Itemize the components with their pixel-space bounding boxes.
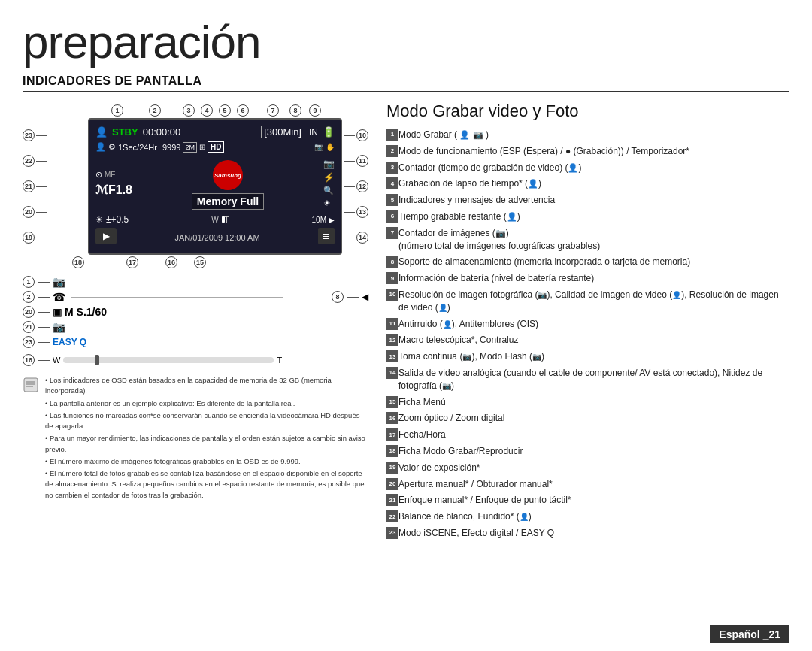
item-text-4: Grabación de lapso de tiempo* (👤) <box>398 177 789 190</box>
arrow-icon: ▶ <box>329 216 335 224</box>
item-num-20: 20 <box>386 478 398 490</box>
list-item: 19 Valor de exposición* <box>386 462 789 474</box>
left-column: 1 2 3 4 5 6 7 8 9 <box>23 101 368 544</box>
indicator-9-top: 9 <box>309 104 321 117</box>
play-button[interactable]: ▶ <box>95 228 117 244</box>
indicator-10: 10 <box>356 129 368 141</box>
item-num-14: 14 <box>386 367 398 379</box>
note-6: El número total de fotos grabables se co… <box>45 468 368 501</box>
item-text-10: Resolución de imagen fotográfica (📷), Ca… <box>398 289 789 314</box>
item-text-14: Salida de video analógica (cuando el cab… <box>398 367 789 392</box>
list-item: 5 Indicadores y mensajes de advertencia <box>386 194 789 207</box>
item-num-2: 2 <box>386 145 398 157</box>
screen-middle-left: ⊙ MF ℳF1.8 <box>95 170 132 197</box>
item-text-1: Modo Grabar ( 👤 📷 ) <box>398 129 789 141</box>
num-19-row: 19 <box>23 232 47 244</box>
item-num-8: 8 <box>386 256 398 268</box>
list-item: 7 Contador de imágenes (📷)(número total … <box>386 227 789 253</box>
line-2-below <box>38 297 50 298</box>
num-11-row: 11 <box>344 155 368 167</box>
zoom-slider[interactable] <box>63 357 274 363</box>
indicator-20: 20 <box>23 206 35 218</box>
t-label: T <box>225 216 229 224</box>
shutter-icon: ▣ <box>53 307 62 318</box>
settings-icon: ⚙ <box>108 142 116 152</box>
note-2: La pantalla anterior es un ejemplo expli… <box>45 398 368 409</box>
hand-icon-10: ✋ <box>326 143 335 151</box>
list-item: 20 Apertura manual* / Obturador manual* <box>386 478 789 491</box>
screen-row-1-right: [300Min] IN 🔋 <box>261 126 335 138</box>
res-bottom-area: 10M ▶ <box>312 216 335 224</box>
shutter-row: 20 ▣ M S.1/60 <box>23 306 368 318</box>
res-bottom: 10M <box>312 216 326 224</box>
photo-row-1: 1 📷 <box>23 276 368 288</box>
aperture-text: ℳF1.8 <box>95 183 132 197</box>
item-num-9: 9 <box>386 272 398 284</box>
indicator-8-top: 8 <box>289 104 301 117</box>
indicator-1-below: 1 <box>23 276 35 288</box>
list-item: 1 Modo Grabar ( 👤 📷 ) <box>386 129 789 141</box>
item-text-12: Macro telescópica*, Contraluz <box>398 334 789 347</box>
num-21-row: 21 <box>23 180 47 192</box>
date-display: JAN/01/2009 12:00 AM <box>174 233 259 242</box>
num-23-row: 23 <box>23 129 47 141</box>
item-num-19: 19 <box>386 462 398 474</box>
face-icon: 👤 <box>95 142 106 152</box>
item-text-21: Enfoque manual* / Enfoque de punto tácti… <box>398 494 789 507</box>
num-14-row: 14 <box>344 232 368 244</box>
photo-icon-1: 📷 <box>53 276 65 288</box>
item-text-7: Contador de imágenes (📷)(número total de… <box>398 227 789 253</box>
item-num-23: 23 <box>386 527 398 539</box>
list-item: 23 Modo iSCENE, Efecto digital / EASY Q <box>386 527 789 540</box>
indicator-18-bottom: 18 <box>72 256 84 268</box>
right-column: Modo Grabar video y Foto 1 Modo Grabar (… <box>386 101 789 544</box>
item-num-5: 5 <box>386 194 398 206</box>
samsung-logo: Samsung <box>214 172 241 179</box>
focus-row: ⊙ MF <box>95 170 132 180</box>
list-item: 21 Enfoque manual* / Enfoque de punto tá… <box>386 494 789 507</box>
list-item: 14 Salida de video analógica (cuando el … <box>386 367 789 392</box>
item-text-3: Contador (tiempo de grabación de video) … <box>398 162 789 174</box>
content-area: 1 2 3 4 5 6 7 8 9 <box>23 101 789 544</box>
screen-row-1: 👤 STBY 00:00:00 [300Min] IN 🔋 <box>95 126 335 138</box>
item-num-1: 1 <box>386 129 398 141</box>
num-20-row: 20 <box>23 206 47 218</box>
line-23-below <box>38 342 50 343</box>
indicator-23-below: 23 <box>23 336 35 348</box>
screen-middle: ⊙ MF ℳF1.8 Samsung Memory Full <box>95 157 335 210</box>
item-num-16: 16 <box>386 412 398 424</box>
item-num-12: 12 <box>386 334 398 346</box>
svg-rect-0 <box>24 378 38 392</box>
num-22-row: 22 <box>23 155 47 167</box>
note-1: Los indicadores de OSD están basados en … <box>45 375 368 397</box>
item-num-4: 4 <box>386 177 398 189</box>
indicator-21: 21 <box>23 180 35 192</box>
item-num-3: 3 <box>386 162 398 174</box>
indicator-3-top: 3 <box>183 104 195 117</box>
camera-display-area: 1 2 3 4 5 6 7 8 9 <box>23 101 368 268</box>
item-text-13: Toma continua (📷), Modo Flash (📷) <box>398 350 789 363</box>
zoom-thumb <box>222 216 225 223</box>
notes-section: Los indicadores de OSD están basados en … <box>23 375 368 502</box>
bottom-number-row: 18 17 16 15 <box>23 256 368 268</box>
list-item: 16 Zoom óptico / Zoom digital <box>386 412 789 425</box>
icon-12: 🔍 <box>323 186 335 195</box>
list-item: 13 Toma continua (📷), Modo Flash (📷) <box>386 350 789 363</box>
indicator-16-below: 16 <box>23 354 35 366</box>
exp-icon: ☀ <box>95 215 103 225</box>
item-num-15: 15 <box>386 396 398 408</box>
screen-row-2-right: 📷 ✋ <box>314 143 335 151</box>
list-item: 11 Antirruido (👤), Antitemblores (OIS) <box>386 318 789 331</box>
list-item: 4 Grabación de lapso de tiempo* (👤) <box>386 177 789 190</box>
item-text-11: Antirruido (👤), Antitemblores (OIS) <box>398 318 789 331</box>
in-indicator: IN <box>309 127 318 138</box>
list-item: 3 Contador (tiempo de grabación de video… <box>386 162 789 174</box>
line-11 <box>344 161 355 162</box>
phone-icon-2: ☎ <box>53 291 65 303</box>
indicator-12: 12 <box>356 180 368 192</box>
indicator-2-top: 2 <box>149 104 161 117</box>
item-num-7: 7 <box>386 227 398 239</box>
shutter-label: M S.1/60 <box>65 306 107 318</box>
menu-button[interactable]: ☰ <box>318 228 335 244</box>
notes-list: Los indicadores de OSD están basados en … <box>45 375 368 502</box>
